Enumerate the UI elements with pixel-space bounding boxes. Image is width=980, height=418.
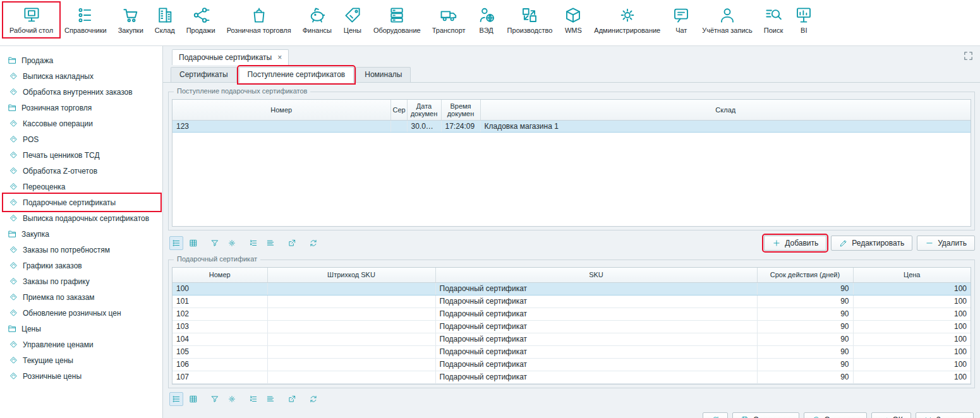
column-header[interactable]: Склад bbox=[480, 100, 971, 120]
toolbar-item-search[interactable]: Поиск bbox=[758, 3, 789, 37]
column-header[interactable]: Штрихкод SKU bbox=[267, 268, 435, 282]
table-row[interactable]: 104Подарочный сертификат90100 bbox=[172, 333, 971, 345]
numbered-list-icon[interactable] bbox=[246, 392, 260, 406]
toolbar-item-transport[interactable]: Транспорт bbox=[426, 3, 471, 37]
footer-buttons: СохранитьОтменитьОКЗакрыть bbox=[168, 410, 975, 418]
close-button[interactable]: Закрыть bbox=[916, 412, 974, 418]
add-button[interactable]: Добавить bbox=[764, 236, 826, 251]
table-row[interactable]: 12330.07.2017:24:09Кладовка магазина 1 bbox=[172, 120, 971, 132]
sidebar-item[interactable]: Обработка внутренних заказов bbox=[4, 84, 160, 100]
sidebar-group-Продажа[interactable]: Продажа bbox=[4, 52, 160, 68]
application-window: Рабочий столСправочникиЗакупкиСкладПрода… bbox=[0, 0, 980, 418]
save-button[interactable]: Сохранить bbox=[732, 412, 799, 418]
tab-Сертификаты[interactable]: Сертификаты bbox=[171, 67, 237, 82]
table-row[interactable]: 106Подарочный сертификат90100 bbox=[172, 358, 971, 371]
table-row[interactable]: 107Подарочный сертификат90100 bbox=[172, 371, 971, 383]
toolbar-item-desktop[interactable]: Рабочий стол bbox=[4, 3, 59, 37]
sidebar-item[interactable]: Кассовые операции bbox=[4, 116, 160, 131]
column-header[interactable]: Срок действия (дней) bbox=[757, 268, 853, 282]
export-icon[interactable] bbox=[285, 236, 299, 250]
row-list-icon[interactable] bbox=[263, 236, 277, 250]
sidebar-item-label: Выписка накладных bbox=[23, 72, 94, 81]
table-row[interactable]: 101Подарочный сертификат90100 bbox=[172, 295, 971, 308]
edit-button[interactable]: Редактировать bbox=[831, 236, 912, 251]
table-row[interactable]: 102Подарочный сертификат90100 bbox=[172, 308, 971, 320]
sidebar-item[interactable]: Выписка накладных bbox=[4, 68, 160, 84]
toolbar-item-warehouse[interactable]: Склад bbox=[149, 3, 181, 37]
tab-Поступление сертификатов[interactable]: Поступление сертификатов bbox=[239, 67, 354, 83]
toolbar-item-account[interactable]: Учётная запись bbox=[696, 3, 758, 37]
toolbar-item-sales[interactable]: Продажи bbox=[181, 3, 221, 37]
sidebar-group-Закупка[interactable]: Закупка bbox=[4, 226, 160, 242]
toolbar-item-equipment[interactable]: Оборудование bbox=[368, 3, 426, 37]
cell: 100 bbox=[853, 371, 971, 383]
refresh-button[interactable] bbox=[703, 412, 728, 418]
sidebar-group-Цены[interactable]: Цены bbox=[4, 321, 160, 337]
sidebar-item[interactable]: Графики заказов bbox=[4, 258, 160, 273]
sidebar-item[interactable]: Печать ценников ТСД bbox=[4, 147, 160, 163]
column-header[interactable]: Время докумен bbox=[441, 100, 480, 120]
document-tab[interactable]: Подарочные сертификаты× bbox=[172, 49, 289, 65]
tab-Номиналы[interactable]: Номиналы bbox=[356, 67, 411, 82]
toolbar-item-production[interactable]: Производство bbox=[502, 3, 559, 37]
settings-icon[interactable] bbox=[225, 392, 239, 406]
sidebar-item[interactable]: Управление ценами bbox=[4, 337, 160, 352]
cancel-button[interactable]: Отменить bbox=[804, 412, 868, 418]
table-view-icon[interactable] bbox=[186, 236, 200, 250]
table-row[interactable]: 105Подарочный сертификат90100 bbox=[172, 345, 971, 358]
sync-icon bbox=[711, 415, 720, 418]
delete-button[interactable]: Удалить bbox=[917, 236, 975, 251]
sidebar-group-Розничная торговля[interactable]: Розничная торговля bbox=[4, 100, 160, 116]
toolbar-item-finance[interactable]: Финансы bbox=[297, 3, 337, 37]
fullscreen-icon[interactable] bbox=[963, 51, 974, 61]
column-header[interactable]: Номер bbox=[172, 268, 267, 282]
toolbar-item-label: Администрирование bbox=[594, 27, 660, 34]
tab-close-icon[interactable]: × bbox=[277, 54, 282, 61]
ok-button[interactable]: ОК bbox=[871, 412, 910, 418]
filter-icon[interactable] bbox=[208, 392, 222, 406]
sidebar-item[interactable]: Выписка подарочных сертификатов bbox=[4, 210, 160, 226]
toolbar-item-purchases[interactable]: Закупки bbox=[112, 3, 149, 37]
column-header[interactable]: Номер bbox=[172, 100, 390, 120]
numbered-list-icon[interactable] bbox=[246, 236, 260, 250]
column-header[interactable]: SKU bbox=[435, 268, 757, 282]
toolbar-item-ved[interactable]: ВЭД bbox=[471, 3, 502, 37]
table-row[interactable]: 100Подарочный сертификат90100 bbox=[172, 282, 971, 295]
sidebar-item[interactable]: Приемка по заказам bbox=[4, 289, 160, 305]
list-view-icon[interactable] bbox=[169, 392, 183, 406]
column-header[interactable]: Цена bbox=[853, 268, 971, 282]
export-icon[interactable] bbox=[285, 392, 299, 406]
column-header[interactable]: Дата докумен bbox=[407, 100, 441, 120]
toolbar-item-label: ВЭД bbox=[479, 27, 493, 34]
sync-icon[interactable] bbox=[306, 236, 320, 250]
sidebar-item[interactable]: Обновление розничных цен bbox=[4, 305, 160, 321]
table-row[interactable]: 103Подарочный сертификат90100 bbox=[172, 320, 971, 333]
sidebar-item[interactable]: Переоценка bbox=[4, 179, 160, 194]
sidebar-item[interactable]: Заказы по графику bbox=[4, 273, 160, 289]
ved-icon bbox=[477, 6, 496, 25]
sidebar-item[interactable]: Заказы по потребностям bbox=[4, 242, 160, 258]
cell bbox=[267, 320, 435, 333]
column-header[interactable]: Сер bbox=[390, 100, 407, 120]
settings-icon[interactable] bbox=[225, 236, 239, 250]
row-list-icon[interactable] bbox=[263, 392, 277, 406]
sidebar-item[interactable]: Текущие цены bbox=[4, 352, 160, 368]
toolbar-item-wms[interactable]: WMS bbox=[558, 3, 588, 37]
main-layout: ПродажаВыписка накладныхОбработка внутре… bbox=[0, 46, 980, 418]
toolbar-item-directories[interactable]: Справочники bbox=[59, 3, 112, 37]
toolbar-item-chat[interactable]: Чат bbox=[666, 3, 696, 37]
toolbar-item-retail[interactable]: Розничная торговля bbox=[221, 3, 297, 37]
list-view-icon[interactable] bbox=[169, 236, 183, 250]
sidebar-item[interactable]: Обработка Z-отчетов bbox=[4, 163, 160, 179]
sync-icon[interactable] bbox=[306, 392, 320, 406]
toolbar-item-administration[interactable]: Администрирование bbox=[588, 3, 666, 37]
cell: Подарочный сертификат bbox=[435, 358, 757, 371]
sidebar-item[interactable]: Розничные цены bbox=[4, 368, 160, 384]
toolbar-item-prices[interactable]: Цены bbox=[337, 3, 368, 37]
toolbar-item-bi[interactable]: BI bbox=[789, 3, 819, 37]
cell bbox=[267, 371, 435, 383]
sidebar-item[interactable]: Подарочные сертификаты bbox=[4, 194, 160, 210]
table-view-icon[interactable] bbox=[186, 392, 200, 406]
filter-icon[interactable] bbox=[208, 236, 222, 250]
sidebar-item[interactable]: POS bbox=[4, 131, 160, 147]
